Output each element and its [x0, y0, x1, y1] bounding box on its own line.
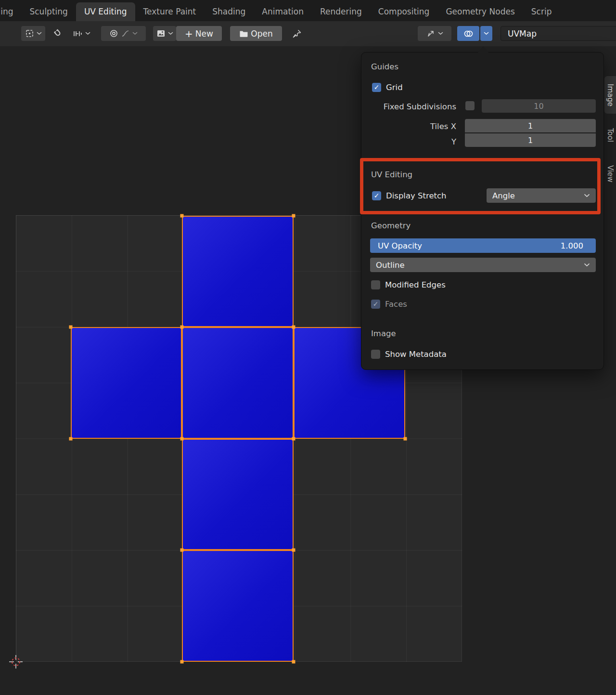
- chevron-down-icon: [85, 32, 90, 35]
- display-stretch-checkbox[interactable]: ✓: [372, 191, 381, 200]
- uv-face[interactable]: [182, 550, 294, 662]
- uv-vertex[interactable]: [292, 326, 295, 329]
- chevron-down-icon: [584, 194, 590, 197]
- image-browse-button[interactable]: [153, 26, 176, 41]
- snap-toggle-button[interactable]: [50, 26, 66, 41]
- faces-label: Faces: [385, 300, 407, 309]
- tweak-select-icon: [25, 29, 34, 38]
- image-icon: [156, 29, 166, 38]
- uv-vertex[interactable]: [180, 660, 184, 664]
- new-image-button[interactable]: + New: [176, 26, 222, 41]
- tab-sculpting[interactable]: Sculpting: [21, 2, 76, 21]
- fixed-subdivisions-field[interactable]: 10: [482, 99, 596, 113]
- modified-edges-checkbox[interactable]: [371, 280, 380, 289]
- uv-vertex[interactable]: [292, 437, 295, 441]
- display-stretch-label: Display Stretch: [386, 191, 447, 200]
- display-as-dropdown[interactable]: Outline: [370, 258, 596, 272]
- uv-map-value: UVMap: [508, 29, 537, 39]
- faces-row: ✓ Faces: [371, 298, 407, 310]
- sticky-selection-icon: [72, 29, 83, 38]
- tab-texture-paint[interactable]: Texture Paint: [135, 2, 205, 21]
- fixed-subdivisions-checkbox[interactable]: [465, 101, 475, 110]
- new-image-label: New: [195, 29, 213, 39]
- uv-vertex[interactable]: [292, 549, 295, 552]
- tab-animation[interactable]: Animation: [254, 2, 312, 21]
- uv-opacity-label: UV Opacity: [378, 241, 422, 250]
- uv-face[interactable]: [71, 327, 182, 439]
- chevron-down-icon: [438, 32, 443, 35]
- uv-opacity-slider[interactable]: UV Opacity 1.000: [370, 238, 596, 253]
- open-image-button[interactable]: Open: [230, 26, 282, 41]
- uv-2d-cursor[interactable]: [6, 652, 26, 671]
- sidebar-tab-tool-label: Tool: [606, 128, 615, 142]
- chevron-down-icon: [584, 263, 590, 267]
- uv-vertex[interactable]: [292, 660, 295, 664]
- overlays-popover-button[interactable]: [480, 26, 492, 41]
- proportional-editing-icon: [109, 29, 118, 38]
- tab-scripting[interactable]: Scrip: [523, 2, 560, 21]
- show-metadata-checkbox[interactable]: [371, 350, 380, 359]
- popover-arrow: [478, 46, 488, 52]
- uv-vertex[interactable]: [292, 214, 295, 218]
- overlay-circles-icon: [463, 30, 474, 38]
- uv-vertex[interactable]: [180, 549, 184, 552]
- workspace-tab-bar: eling Sculpting UV Editing Texture Paint…: [0, 0, 616, 21]
- tiles-y-field[interactable]: 1: [465, 133, 596, 147]
- uv-vertex[interactable]: [69, 437, 73, 441]
- tab-shading[interactable]: Shading: [204, 2, 254, 21]
- geometry-section-title: Geometry: [371, 221, 411, 230]
- grid-label: Grid: [386, 83, 403, 92]
- chevron-down-icon: [168, 32, 173, 35]
- uv-map-field[interactable]: UVMap: [500, 26, 616, 41]
- uv-opacity-value: 1.000: [561, 241, 588, 250]
- pushpin-icon: [292, 29, 302, 39]
- display-as-value: Outline: [376, 261, 405, 270]
- sidebar-tab-tool[interactable]: Tool: [604, 120, 616, 150]
- open-image-label: Open: [251, 29, 272, 39]
- tab-uv-editing[interactable]: UV Editing: [76, 2, 135, 21]
- sidebar-tab-image[interactable]: Image: [604, 76, 616, 114]
- uv-face[interactable]: [182, 439, 294, 550]
- chevron-down-icon: [37, 32, 42, 35]
- stretch-type-dropdown[interactable]: Angle: [487, 188, 596, 203]
- tab-rendering[interactable]: Rendering: [312, 2, 370, 21]
- chevron-down-icon: [132, 32, 138, 35]
- tiles-x-field[interactable]: 1: [465, 119, 596, 132]
- chevron-down-icon: [484, 32, 489, 35]
- uv-vertex[interactable]: [180, 437, 184, 441]
- sidebar-tab-view[interactable]: View: [604, 158, 616, 190]
- sidebar-tab-view-label: View: [606, 165, 615, 183]
- overlays-toggle-button[interactable]: [457, 26, 479, 41]
- grid-row: ✓ Grid: [372, 81, 403, 93]
- plus-icon: +: [185, 29, 193, 39]
- stretch-type-value: Angle: [492, 191, 515, 200]
- sticky-selection-button[interactable]: [67, 26, 95, 41]
- uv-face[interactable]: [182, 216, 294, 327]
- uv-face[interactable]: [182, 327, 294, 439]
- overlays-popover: Guides ✓ Grid Fixed Subdivisions 10 Tile…: [361, 52, 604, 370]
- uv-vertex[interactable]: [69, 326, 73, 329]
- uv-vertex[interactable]: [404, 437, 407, 441]
- uv-editing-section-title: UV Editing: [371, 170, 412, 179]
- gizmo-arrows-icon: [426, 29, 436, 38]
- sidebar-tab-image-label: Image: [606, 84, 615, 106]
- magnet-icon: [51, 26, 65, 40]
- pin-image-button[interactable]: [289, 26, 305, 41]
- proportional-editing-group[interactable]: [101, 26, 146, 41]
- grid-checkbox[interactable]: ✓: [372, 83, 381, 92]
- uv-vertex[interactable]: [180, 326, 184, 329]
- guides-section-title: Guides: [371, 62, 398, 71]
- tab-modeling[interactable]: eling: [0, 2, 21, 21]
- uv-vertex[interactable]: [180, 214, 184, 218]
- tab-geometry-nodes[interactable]: Geometry Nodes: [437, 2, 523, 21]
- tiles-y-label: Y: [361, 137, 456, 146]
- active-tool-button[interactable]: [21, 26, 45, 41]
- uv-editor-header: + New Open UVMap: [0, 21, 616, 46]
- falloff-curve-icon: [121, 29, 130, 38]
- display-stretch-row: ✓ Display Stretch: [372, 190, 447, 201]
- faces-checkbox[interactable]: ✓: [371, 300, 380, 309]
- gizmos-button[interactable]: [418, 26, 451, 41]
- fixed-subdivisions-label: Fixed Subdivisions: [361, 102, 456, 111]
- tab-compositing[interactable]: Compositing: [370, 2, 438, 21]
- show-metadata-label: Show Metadata: [385, 350, 447, 359]
